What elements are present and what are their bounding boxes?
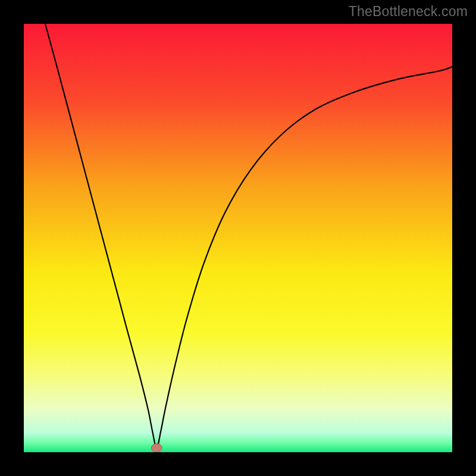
gradient-background [24, 24, 452, 452]
plot-area [24, 24, 452, 452]
chart-frame: TheBottleneck.com [0, 0, 476, 476]
attribution-label: TheBottleneck.com [349, 4, 468, 20]
optimum-marker [151, 444, 162, 452]
chart-svg [24, 24, 452, 452]
